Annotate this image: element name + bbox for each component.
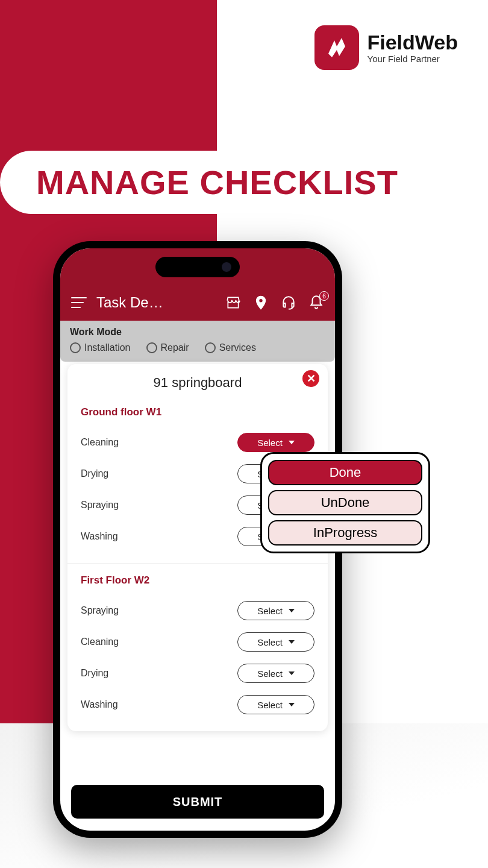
chevron-down-icon — [289, 640, 295, 644]
brand-tagline: Your Field Partner — [368, 54, 458, 64]
checklist-row: SprayingSelect — [81, 595, 314, 626]
checklist-row: WashingSelect — [81, 689, 314, 720]
work-mode-option[interactable]: Repair — [146, 342, 189, 353]
dropdown-option[interactable]: Done — [268, 460, 422, 485]
checklist-section: First Floor W2SprayingSelectCleaningSele… — [67, 563, 328, 728]
submit-button[interactable]: SUBMIT — [71, 785, 324, 819]
row-label: Drying — [81, 468, 108, 479]
status-select[interactable]: Select — [237, 433, 314, 452]
brand-name: FieldWeb — [368, 32, 458, 52]
chevron-down-icon — [289, 671, 295, 675]
location-pin-icon[interactable] — [253, 295, 269, 310]
work-mode-option[interactable]: Installation — [70, 342, 131, 353]
dropdown-option[interactable]: InProgress — [268, 520, 422, 546]
checklist-row: CleaningSelect — [81, 626, 314, 658]
row-label: Cleaning — [81, 437, 119, 448]
brand-badge-icon — [314, 25, 359, 70]
select-value: Select — [257, 438, 283, 448]
radio-icon — [146, 342, 157, 353]
chevron-down-icon — [289, 703, 295, 706]
row-label: Washing — [81, 531, 118, 542]
select-value: Select — [257, 637, 283, 647]
radio-label: Repair — [161, 342, 189, 353]
radio-label: Services — [219, 342, 256, 353]
page-headline: MANAGE CHECKLIST — [36, 163, 488, 202]
radio-icon — [205, 342, 216, 353]
radio-icon — [70, 342, 81, 353]
status-select[interactable]: Select — [237, 664, 314, 683]
modal-title: 91 springboard — [67, 375, 328, 391]
chevron-down-icon — [289, 609, 295, 612]
select-value: Select — [257, 700, 283, 710]
app-title: Task De… — [96, 294, 163, 311]
notification-badge: 6 — [319, 291, 329, 301]
status-dropdown-popover: DoneUnDoneInProgress — [260, 452, 430, 553]
section-title: First Floor W2 — [81, 574, 314, 587]
select-value: Select — [257, 606, 283, 616]
chevron-down-icon — [289, 441, 295, 444]
work-mode-bar: Work Mode InstallationRepairServices — [60, 321, 335, 362]
row-label: Washing — [81, 699, 118, 710]
row-label: Cleaning — [81, 637, 119, 647]
work-mode-option[interactable]: Services — [205, 342, 256, 353]
section-title: Ground floor W1 — [81, 406, 314, 418]
status-select[interactable]: Select — [237, 601, 314, 620]
row-label: Spraying — [81, 500, 119, 511]
checklist-row: DryingSelect — [81, 658, 314, 689]
status-select[interactable]: Select — [237, 695, 314, 714]
bell-icon[interactable]: 6 — [308, 295, 324, 310]
headset-icon[interactable] — [281, 295, 296, 310]
menu-icon[interactable] — [71, 297, 87, 308]
brand-logo-block: FieldWeb Your Field Partner — [314, 25, 458, 70]
row-label: Drying — [81, 668, 108, 679]
row-label: Spraying — [81, 605, 119, 616]
headline-pill: MANAGE CHECKLIST — [0, 151, 488, 214]
select-value: Select — [257, 668, 283, 679]
work-mode-label: Work Mode — [70, 327, 325, 338]
dropdown-option[interactable]: UnDone — [268, 490, 422, 515]
phone-notch — [155, 257, 240, 277]
radio-label: Installation — [84, 342, 131, 353]
store-icon[interactable] — [225, 295, 241, 310]
status-select[interactable]: Select — [237, 632, 314, 652]
close-icon[interactable]: ✕ — [302, 370, 319, 387]
